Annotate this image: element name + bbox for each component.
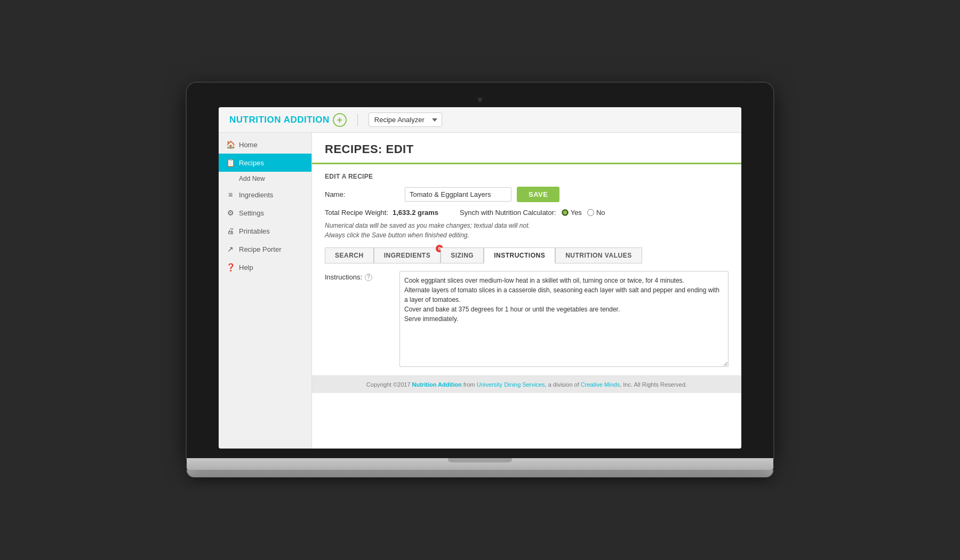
top-bar-separator [357,114,358,126]
weight-row: Total Recipe Weight: 1,633.2 grams Synch… [325,209,729,217]
sidebar-label-ingredients: Ingredients [239,191,273,199]
printables-icon: 🖨 [226,227,235,235]
name-label: Name: [325,190,399,198]
note-text: Numerical data will be saved as you make… [325,221,729,240]
footer-university-link[interactable]: University Dining Services [477,381,545,388]
sidebar-label-help: Help [239,263,253,271]
tab-instructions[interactable]: INSTRUCTIONS [484,247,555,263]
page-title: RECIPES: EDIT [325,142,729,156]
top-bar: NUTRITION ADDITION + Recipe Analyzer Mea… [219,107,741,133]
instructions-row: Instructions: ? Cook eggplant slices ove… [325,271,729,367]
sidebar-item-help[interactable]: ❓ Help [219,258,311,276]
tabs-row: SEARCH INGREDIENTS 6 SIZING INSTRUCTIONS… [325,247,729,263]
sidebar-item-home[interactable]: 🏠 Home [219,135,311,154]
weight-value: 1,633.2 grams [393,209,438,217]
section-label: EDIT A RECIPE [325,173,729,180]
recipe-porter-icon: ↗ [226,245,235,253]
home-icon: 🏠 [226,140,235,149]
name-row: Name: SAVE [325,187,729,202]
brand-logo: NUTRITION ADDITION + [229,113,347,127]
weight-label: Total Recipe Weight: [325,209,388,217]
sidebar-label-home: Home [239,141,258,149]
name-input[interactable] [405,187,511,202]
instructions-textarea[interactable]: Cook eggplant slices over medium-low hea… [399,271,729,367]
laptop-camera [478,98,482,102]
tab-nutrition-values[interactable]: NUTRITION VALUES [555,247,642,263]
save-button[interactable]: SAVE [517,187,559,202]
add-new-link[interactable]: Add New [219,172,311,186]
synch-yes-radio[interactable] [562,209,569,216]
synch-no-label[interactable]: No [587,209,605,217]
recipes-icon: 📋 [226,158,235,167]
sidebar-label-settings: Settings [239,209,264,217]
footer: Copyright ©2017 Nutrition Addition from … [312,375,741,393]
edit-section: EDIT A RECIPE Name: SAVE Total Recipe W [312,164,741,375]
synch-no-radio[interactable] [587,209,594,216]
sidebar-label-printables: Printables [239,227,270,235]
footer-creative-link[interactable]: Creative Minds [581,381,620,388]
sidebar-item-settings[interactable]: ⚙ Settings [219,204,311,222]
sidebar-label-recipes: Recipes [239,159,264,167]
tab-sizing[interactable]: SIZING [441,247,484,263]
instructions-help-icon[interactable]: ? [365,274,372,281]
sidebar-item-ingredients[interactable]: ≡ Ingredients [219,186,311,204]
sidebar: 🏠 Home 📋 Recipes Add New ≡ Ingredients [219,133,312,449]
help-icon: ❓ [226,263,235,271]
tab-ingredients[interactable]: INGREDIENTS 6 [374,247,441,263]
sidebar-item-recipes[interactable]: 📋 Recipes [219,154,311,172]
brand-name: NUTRITION ADDITION [229,115,330,125]
synch-label: Synch with Nutrition Calculator: [460,209,556,217]
instructions-label: Instructions: [325,273,362,281]
sidebar-item-printables[interactable]: 🖨 Printables [219,222,311,240]
synch-group: Synch with Nutrition Calculator: Yes No [460,209,605,217]
footer-brand: Nutrition Addition [412,381,462,388]
settings-icon: ⚙ [226,209,235,217]
content-area: RECIPES: EDIT EDIT A RECIPE Name: SAVE [312,133,741,449]
ingredients-icon: ≡ [226,190,235,199]
page-header: RECIPES: EDIT [312,133,741,164]
sidebar-item-recipe-porter[interactable]: ↗ Recipe Porter [219,240,311,258]
app-selector[interactable]: Recipe Analyzer Meal Planner Nutrition T… [369,113,442,127]
synch-yes-label[interactable]: Yes [562,209,582,217]
instructions-label-group: Instructions: ? [325,271,394,281]
brand-icon: + [333,113,347,127]
sidebar-label-recipe-porter: Recipe Porter [239,245,281,253]
tab-search[interactable]: SEARCH [325,247,374,263]
